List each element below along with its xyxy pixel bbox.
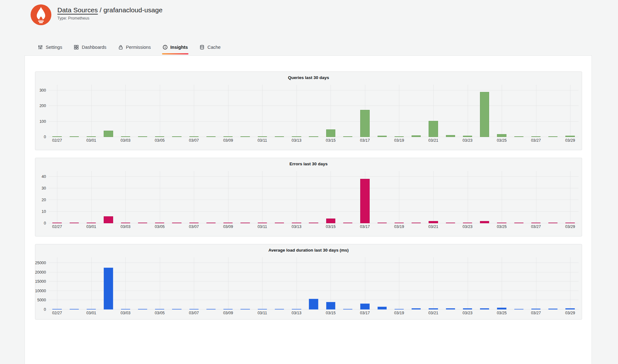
bar-02-28[interactable] [70, 136, 79, 137]
bar-03-24[interactable] [480, 308, 489, 310]
bar-03-03[interactable] [121, 223, 130, 223]
bar-03-14[interactable] [309, 136, 318, 137]
bar-03-23[interactable] [463, 308, 472, 310]
bar-03-09[interactable] [223, 309, 233, 310]
bar-03-20[interactable] [412, 308, 421, 310]
bar-03-07[interactable] [189, 309, 199, 310]
bar-03-25[interactable] [497, 223, 506, 223]
bar-03-13[interactable] [292, 309, 301, 310]
bar-03-03[interactable] [121, 136, 130, 137]
bar-03-16[interactable] [343, 136, 352, 137]
bar-03-29[interactable] [565, 136, 575, 137]
bar-03-02[interactable] [104, 268, 113, 310]
bar-03-02[interactable] [104, 131, 113, 137]
bar-03-16[interactable] [343, 223, 352, 223]
bar-03-15[interactable] [326, 219, 335, 223]
bar-03-27[interactable] [531, 223, 540, 223]
breadcrumb-data-sources-link[interactable]: Data Sources [57, 6, 98, 14]
bar-03-18[interactable] [378, 223, 387, 223]
bar-03-27[interactable] [531, 309, 540, 310]
tab-dashboards[interactable]: Dashboards [73, 43, 107, 54]
bar-03-21[interactable] [429, 221, 438, 223]
bar-03-12[interactable] [275, 309, 284, 310]
bar-03-09[interactable] [223, 136, 233, 137]
bar-03-04[interactable] [138, 136, 147, 137]
bar-03-12[interactable] [275, 136, 284, 137]
bar-03-08[interactable] [206, 309, 216, 310]
bar-03-04[interactable] [138, 223, 147, 223]
bar-03-17[interactable] [360, 304, 369, 310]
bar-03-28[interactable] [548, 223, 557, 223]
bar-03-28[interactable] [548, 309, 557, 310]
bar-03-22[interactable] [446, 308, 455, 310]
bar-03-11[interactable] [258, 309, 267, 310]
bar-03-16[interactable] [343, 309, 352, 310]
bar-03-22[interactable] [446, 223, 455, 223]
bar-03-15[interactable] [326, 302, 335, 310]
bar-03-06[interactable] [172, 309, 181, 310]
bar-03-26[interactable] [514, 136, 523, 137]
bar-03-24[interactable] [480, 92, 489, 137]
bar-03-03[interactable] [121, 309, 130, 310]
bar-03-13[interactable] [292, 223, 301, 223]
bar-03-23[interactable] [463, 136, 472, 137]
bar-03-08[interactable] [206, 223, 216, 223]
tab-permissions[interactable]: Permissions [118, 43, 152, 54]
bar-03-29[interactable] [565, 223, 575, 223]
bar-03-18[interactable] [378, 136, 387, 137]
bar-03-19[interactable] [395, 136, 404, 137]
bar-02-27[interactable] [52, 223, 61, 223]
bar-03-18[interactable] [378, 307, 387, 310]
bar-03-29[interactable] [565, 308, 575, 310]
bar-03-25[interactable] [497, 134, 506, 137]
bar-02-27[interactable] [52, 136, 61, 137]
bar-03-22[interactable] [446, 135, 455, 137]
bar-03-01[interactable] [87, 136, 96, 137]
bar-02-28[interactable] [70, 309, 79, 310]
bar-03-20[interactable] [412, 135, 421, 137]
bar-03-11[interactable] [258, 136, 267, 137]
bar-03-27[interactable] [531, 136, 540, 137]
bar-03-04[interactable] [138, 309, 147, 310]
bar-03-06[interactable] [172, 223, 181, 223]
bar-03-06[interactable] [172, 136, 181, 137]
bar-02-28[interactable] [70, 223, 79, 223]
bar-03-17[interactable] [360, 179, 369, 223]
bar-03-26[interactable] [514, 309, 523, 310]
bar-03-19[interactable] [395, 223, 404, 223]
tab-cache[interactable]: Cache [199, 43, 221, 54]
bar-03-28[interactable] [548, 136, 557, 137]
bar-03-01[interactable] [87, 223, 96, 223]
bar-03-02[interactable] [104, 216, 113, 223]
bar-03-14[interactable] [309, 299, 318, 310]
bar-03-21[interactable] [429, 121, 438, 137]
bar-03-05[interactable] [155, 136, 164, 137]
bar-03-08[interactable] [206, 136, 216, 137]
tab-settings[interactable]: Settings [37, 43, 63, 54]
bar-03-26[interactable] [514, 223, 523, 223]
bar-03-12[interactable] [275, 223, 284, 223]
bar-03-15[interactable] [326, 129, 335, 137]
bar-03-10[interactable] [240, 223, 250, 223]
bar-03-24[interactable] [480, 221, 489, 223]
bar-03-05[interactable] [155, 223, 164, 223]
bar-03-25[interactable] [497, 308, 506, 310]
bar-03-20[interactable] [412, 223, 421, 223]
bar-03-14[interactable] [309, 223, 318, 223]
bar-02-27[interactable] [52, 309, 61, 310]
bar-03-10[interactable] [240, 309, 250, 310]
bar-03-07[interactable] [189, 223, 199, 223]
bar-03-17[interactable] [360, 110, 369, 137]
bar-03-09[interactable] [223, 223, 233, 223]
bar-03-21[interactable] [429, 308, 438, 310]
x-tick-label [408, 138, 425, 144]
bar-03-05[interactable] [155, 309, 164, 310]
bar-03-07[interactable] [189, 136, 199, 137]
bar-03-11[interactable] [258, 223, 267, 223]
tab-insights[interactable]: Insights [162, 43, 189, 54]
bar-03-13[interactable] [292, 136, 301, 137]
bar-03-01[interactable] [87, 309, 96, 310]
bar-03-19[interactable] [395, 309, 404, 310]
bar-03-10[interactable] [240, 136, 250, 137]
bar-03-23[interactable] [463, 223, 472, 223]
